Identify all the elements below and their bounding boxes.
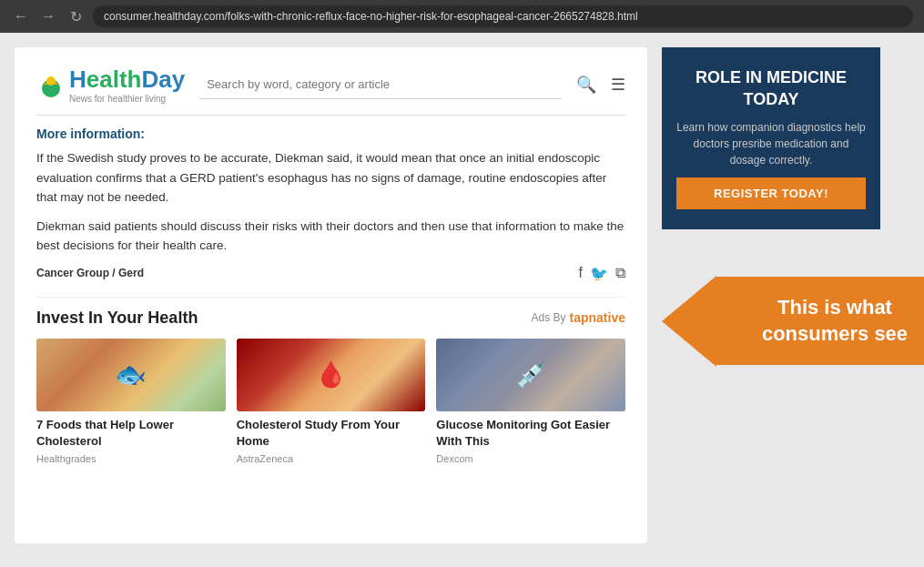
share-icon[interactable]: ⧉ [615,265,625,281]
article-paragraph-1: If the Swedish study proves to be accura… [36,148,625,208]
facebook-icon[interactable]: f [579,265,583,281]
annotation-text: This is what consumers see [762,296,908,345]
ad-title-1: 7 Foods that Help Lower Cholesterol [36,417,226,450]
address-bar[interactable]: consumer.healthday.com/folks-with-chroni… [93,5,913,27]
ad-sponsor-1: Healthgrades [36,453,226,464]
ad-image-2: 🩸 [237,339,426,411]
ad-img-artery: 🩸 [237,339,426,411]
sidebar-ad-subtitle: Learn how companion diagnostics help doc… [676,119,866,168]
search-icon-button[interactable]: 🔍 [576,75,596,95]
logo: HealthDay News for healthier living [36,66,185,104]
reload-button[interactable]: ↻ [66,6,86,26]
ad-image-1: 🐟 [36,339,226,411]
ad-title-2: Cholesterol Study From Your Home [237,417,426,450]
ads-section-title: Invest In Your Health [36,309,198,328]
annotation-container: This is what consumers see [662,277,880,365]
url-text: consumer.healthday.com/folks-with-chroni… [104,10,638,23]
ads-section: Invest In Your Health Ads By tapnative 🐟… [36,297,625,464]
ad-card-2[interactable]: 🩸 Cholesterol Study From Your Home Astra… [237,339,426,464]
right-sidebar: ROLE IN MEDICINE TODAY Learn how compani… [662,47,880,552]
back-button[interactable]: ← [11,6,31,26]
page-wrapper: HealthDay News for healthier living 🔍 ☰ … [0,33,924,567]
ad-sponsor-2: AstraZeneca [237,453,426,464]
ad-img-glucose: 💉 [436,339,625,411]
sidebar-ad-box: ROLE IN MEDICINE TODAY Learn how compani… [662,47,880,229]
site-header: HealthDay News for healthier living 🔍 ☰ [36,66,625,116]
register-button[interactable]: REGISTER TODAY! [676,177,866,209]
more-info-label: More information: [36,127,625,141]
category-text: Cancer Group / Gerd [36,267,144,279]
logo-brand: HealthDay [69,66,185,94]
logo-text-area: HealthDay News for healthier living [69,66,185,104]
sidebar-ad-title: ROLE IN MEDICINE TODAY [676,67,866,110]
ad-cards-container: 🐟 7 Foods that Help Lower Cholesterol He… [36,339,625,464]
ad-sponsor-3: Dexcom [436,453,625,464]
svg-point-1 [46,76,56,86]
search-input[interactable] [199,70,562,99]
tapnative-logo: tapnative [570,310,625,325]
ads-by: Ads By tapnative [532,310,625,325]
ad-card-1[interactable]: 🐟 7 Foods that Help Lower Cholesterol He… [36,339,226,464]
ad-img-salmon: 🐟 [36,339,226,411]
article-categories-bar: Cancer Group / Gerd f 🐦 ⧉ [36,265,625,282]
ad-image-3: 💉 [436,339,625,411]
ads-header: Invest In Your Health Ads By tapnative [36,309,625,328]
logo-tagline: News for healthier living [69,94,185,104]
content-card: HealthDay News for healthier living 🔍 ☰ … [15,47,647,543]
sun-icon [36,70,66,99]
social-icons: f 🐦 ⧉ [579,265,625,282]
ad-title-3: Glucose Monitoring Got Easier With This [436,417,625,450]
article-paragraph-2: Diekman said patients should discuss the… [36,217,625,256]
menu-icon-button[interactable]: ☰ [611,75,625,95]
ad-card-3[interactable]: 💉 Glucose Monitoring Got Easier With Thi… [436,339,625,464]
twitter-icon[interactable]: 🐦 [590,265,608,282]
ads-by-label: Ads By [532,311,566,324]
forward-button[interactable]: → [38,6,58,26]
annotation-box: This is what consumers see [716,277,924,365]
browser-chrome: ← → ↻ consumer.healthday.com/folks-with-… [0,0,924,33]
